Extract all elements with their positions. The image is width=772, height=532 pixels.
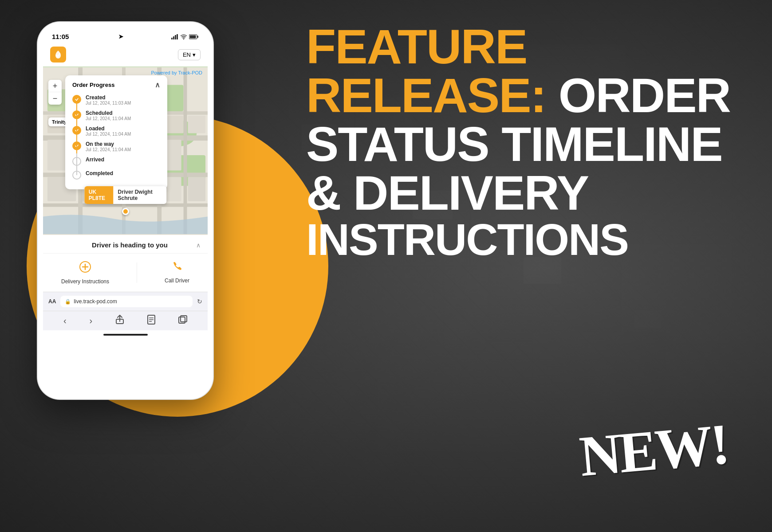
back-nav-icon[interactable]: ‹ (63, 316, 67, 326)
timeline-line (76, 103, 77, 175)
timeline-info-arrived: Arrived (86, 156, 104, 163)
timeline-dot-created (72, 95, 81, 104)
status-name-arrived: Arrived (86, 156, 104, 163)
svg-point-24 (183, 38, 184, 39)
timeline-item-loaded: Loaded Jul 12, 2024, 11:04 AM (72, 125, 160, 137)
feature-line-5: INSTRUCTIONS (306, 217, 750, 262)
app-header: EN ▾ (43, 43, 208, 66)
expand-icon[interactable]: ∧ (196, 242, 201, 249)
svg-marker-18 (563, 399, 590, 426)
license-plate: UK PL8TE (84, 186, 114, 204)
status-bar: 11:05 ➤ (43, 27, 208, 43)
status-icons (171, 34, 199, 39)
zoom-in-button[interactable]: + (48, 80, 62, 92)
signal-icon (171, 34, 178, 39)
svg-rect-27 (190, 35, 196, 38)
map-area: Powered by Track-POD + − Trinityg. 6 Ord… (43, 66, 208, 235)
zoom-out-button[interactable]: − (48, 92, 62, 105)
svg-rect-9 (377, 355, 501, 452)
home-bar (103, 334, 148, 336)
delivery-instructions-label: Delivery Instructions (61, 278, 109, 285)
forward-nav-icon[interactable]: › (90, 316, 93, 326)
track-pod-logo (50, 47, 66, 63)
feature-line-2: RELEASE: ORDER (306, 71, 750, 120)
vehicle-tag: UK PL8TE Driver Dwight Schrute (84, 186, 167, 204)
battery-icon (189, 34, 199, 39)
status-name-loaded: Loaded (86, 125, 131, 132)
feature-text-block: FEATURE RELEASE: ORDER STATUS TIMELINE &… (306, 22, 750, 262)
timeline-item-completed: Completed (72, 170, 160, 180)
phone-screen: 11:05 ➤ (43, 27, 208, 394)
order-progress-header: Order Progress ∧ (72, 81, 160, 89)
url-text: live.track-pod.com (74, 298, 117, 305)
call-driver-button[interactable]: Call Driver (165, 261, 189, 285)
svg-rect-40 (184, 67, 187, 234)
status-heading-bar: Driver is heading to you ∧ (43, 235, 208, 254)
svg-rect-56 (188, 177, 205, 201)
svg-rect-23 (177, 34, 178, 39)
tabs-nav-icon[interactable] (178, 315, 187, 326)
svg-rect-26 (197, 35, 199, 38)
driver-heading-text: Driver is heading to you (92, 241, 168, 249)
feature-line-3: STATUS TIMELINE (306, 120, 750, 168)
lock-icon: 🔒 (65, 299, 71, 305)
status-name-created: Created (86, 94, 131, 101)
feature-line-4: & DELIVERY (306, 168, 750, 217)
status-date-loaded: Jul 12, 2024, 11:04 AM (86, 132, 131, 137)
zoom-controls: + − (48, 80, 62, 105)
phone-bottom-section: Driver is heading to you ∧ Del (43, 235, 208, 337)
timeline-info-loaded: Loaded Jul 12, 2024, 11:04 AM (86, 125, 131, 137)
timeline-item-ontheway: On the way Jul 12, 2024, 11:04 AM (72, 141, 160, 152)
call-driver-label: Call Driver (165, 278, 189, 284)
refresh-icon[interactable]: ↻ (197, 298, 202, 305)
status-date-ontheway: Jul 12, 2024, 11:04 AM (86, 147, 131, 152)
timeline-item-created: Created Jul 12, 2024, 11:03 AM (72, 94, 160, 106)
status-date-created: Jul 12, 2024, 11:03 AM (86, 101, 131, 106)
home-indicator (43, 330, 208, 337)
collapse-icon[interactable]: ∧ (155, 81, 160, 89)
status-name-completed: Completed (86, 170, 113, 176)
svg-rect-22 (175, 35, 176, 39)
new-badge: NEW! (577, 411, 730, 490)
timeline-info-scheduled: Scheduled Jul 12, 2024, 11:04 AM (86, 110, 131, 121)
order-progress-panel: Order Progress ∧ Create (65, 75, 167, 189)
phone-mockup: 11:05 ➤ (38, 22, 224, 399)
browser-nav-bar: ‹ › (43, 311, 208, 330)
status-name-scheduled: Scheduled (86, 110, 131, 116)
browser-aa[interactable]: AA (48, 298, 56, 305)
order-progress-title: Order Progress (72, 82, 114, 88)
wifi-icon (180, 34, 187, 39)
driver-info: Driver Dwight Schrute (114, 186, 167, 204)
action-buttons-row: Delivery Instructions Call Driver (43, 254, 208, 292)
timeline-info-created: Created Jul 12, 2024, 11:03 AM (86, 94, 131, 106)
call-driver-icon (171, 261, 183, 275)
svg-rect-53 (188, 116, 205, 133)
url-bar[interactable]: 🔒 live.track-pod.com (60, 296, 193, 307)
timeline-info-completed: Completed (86, 170, 113, 176)
browser-bar: AA 🔒 live.track-pod.com ↻ (43, 292, 208, 311)
svg-rect-17 (634, 310, 661, 328)
status-time: 11:05 (52, 33, 69, 40)
svg-rect-11 (666, 310, 772, 399)
svg-rect-20 (171, 38, 173, 39)
language-selector[interactable]: EN ▾ (178, 49, 201, 60)
share-nav-icon[interactable] (115, 315, 124, 327)
bookmarks-nav-icon[interactable] (147, 315, 155, 327)
trackpod-link[interactable]: Powered by Track-POD (151, 70, 202, 75)
location-arrow-icon: ➤ (118, 33, 123, 40)
phone-frame: 11:05 ➤ (38, 22, 213, 399)
vehicle-location-dot (122, 208, 129, 215)
timeline-item-scheduled: Scheduled Jul 12, 2024, 11:04 AM (72, 110, 160, 121)
svg-rect-21 (173, 36, 174, 39)
feature-line-1: FEATURE (306, 22, 750, 71)
status-name-ontheway: On the way (86, 141, 131, 147)
status-date-scheduled: Jul 12, 2024, 11:04 AM (86, 116, 131, 121)
delivery-instructions-icon (79, 261, 91, 276)
svg-rect-8 (311, 266, 444, 372)
timeline-info-ontheway: On the way Jul 12, 2024, 11:04 AM (86, 141, 131, 152)
timeline-item-arrived: Arrived (72, 156, 160, 166)
delivery-instructions-button[interactable]: Delivery Instructions (61, 261, 109, 285)
timeline: Created Jul 12, 2024, 11:03 AM Scheduled (72, 94, 160, 180)
divider (137, 262, 137, 283)
